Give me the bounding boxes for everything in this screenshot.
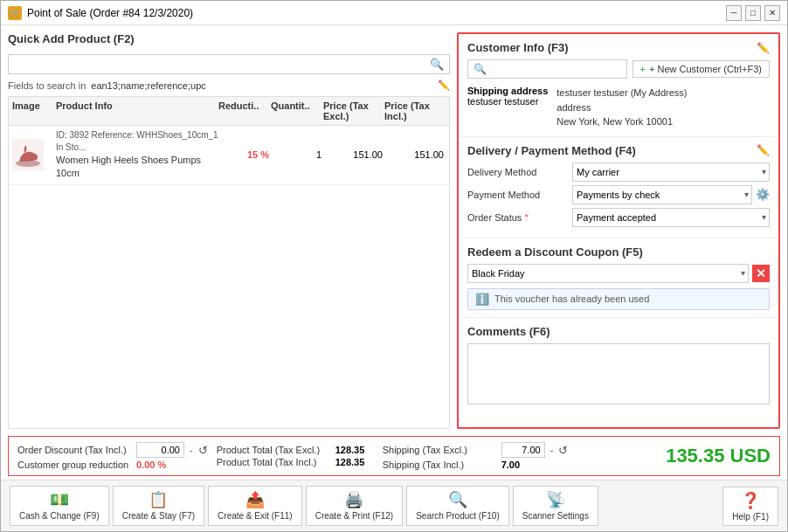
customer-search-input[interactable] [487, 64, 621, 74]
customer-info-section: Customer Info (F3) ✏️ 🔍 + + New Customer… [459, 34, 778, 137]
search-product-label: Search Product (F10) [416, 511, 500, 522]
comments-title: Comments (F6) [467, 325, 770, 338]
voucher-warning: ℹ️ This voucher has already been used [467, 288, 770, 310]
product-name: Women High Heels Shoes Pumps 10cm [56, 154, 218, 181]
customer-info-header: Customer Info (F3) ✏️ [467, 41, 770, 54]
scanner-settings-icon: 📡 [546, 490, 565, 509]
grand-total: 135.35 USD [666, 445, 771, 467]
shoe-icon [12, 139, 44, 170]
delivery-method-label: Delivery Method [467, 167, 572, 177]
payment-method-label: Payment Method [467, 190, 572, 200]
product-total-incl-value: 128.35 [335, 457, 365, 467]
create-stay-label: Create & Stay (F7) [122, 511, 195, 522]
product-total-incl-row: Product Total (Tax Incl.) 128.35 [217, 457, 374, 467]
right-panel: Customer Info (F3) ✏️ 🔍 + + New Customer… [457, 32, 780, 429]
product-total-excl-value: 128.35 [335, 445, 365, 455]
table-header: Image Product Info Reducti.. Quantit.. P… [9, 97, 449, 126]
search-product-icon: 🔍 [448, 490, 467, 509]
coupon-clear-button[interactable]: ✕ [752, 265, 770, 282]
product-total-excl-row: Product Total (Tax Excl.) 128.35 [217, 445, 374, 455]
new-customer-label: + New Customer (Ctrl+F3) [649, 64, 762, 74]
order-status-row: Order Status Payment accepted [467, 208, 770, 227]
comments-textarea[interactable] [467, 343, 770, 404]
shipping-excl-input[interactable]: 7.00 [501, 442, 545, 458]
totals-mid: Product Total (Tax Excl.) 128.35 Product… [217, 445, 374, 467]
product-id: ID: 3892 Reference: WHHShoes_10cm_1 In S… [56, 129, 218, 154]
create-print-button[interactable]: 🖨️ Create & Print (F12) [306, 486, 403, 526]
close-button[interactable]: ✕ [764, 5, 780, 21]
shipping-incl-label: Shipping (Tax Incl.) [383, 459, 496, 470]
shipping-excl-row: Shipping (Tax Excl.) 7.00 - ↺ [383, 442, 569, 458]
shipping-details: testuser testuser (My Address) address N… [556, 86, 687, 129]
help-icon: ❓ [741, 491, 760, 510]
coupon-select[interactable]: Black Friday [467, 264, 749, 283]
product-search-input[interactable] [14, 59, 426, 71]
payment-method-wrapper: Payments by check ⚙️ [572, 185, 770, 204]
comments-section: Comments (F6) [459, 318, 778, 428]
price-excl-cell: 151.00 [323, 149, 384, 160]
discount-value: 15 % [247, 149, 269, 160]
minimize-button[interactable]: ─ [726, 5, 742, 21]
order-status-select-wrapper: Payment accepted [572, 208, 770, 227]
order-status-select[interactable]: Payment accepted [572, 208, 770, 227]
shipping-excl-label: Shipping (Tax Excl.) [383, 445, 496, 455]
order-discount-input[interactable]: 0.00 [136, 442, 184, 458]
create-stay-button[interactable]: 📋 Create & Stay (F7) [113, 486, 204, 526]
totals-right-vals: Shipping (Tax Excl.) 7.00 - ↺ Shipping (… [383, 442, 569, 470]
fields-value: ean13;name;reference;upc [91, 80, 205, 91]
reset-discount-icon[interactable]: ↺ [198, 444, 208, 457]
shipping-label: Shipping address testuser testuser [467, 86, 548, 129]
totals-left: Order Discount (Tax Incl.) 0.00 - ↺ Cust… [17, 442, 208, 470]
order-discount-label: Order Discount (Tax Incl.) [17, 445, 131, 455]
create-exit-button[interactable]: 📤 Create & Exit (F11) [208, 486, 302, 526]
delivery-header: Delivery / Payment Method (F4) ✏️ [467, 144, 770, 157]
footer-bar: 💵 Cash & Change (F9) 📋 Create & Stay (F7… [1, 480, 787, 531]
col-image: Image [12, 100, 56, 121]
pos-icon: 🛒 [8, 6, 22, 20]
coupon-section: Redeem a Discount Coupon (F5) Black Frid… [459, 238, 778, 318]
cash-change-button[interactable]: 💵 Cash & Change (F9) [10, 486, 109, 526]
delivery-method-row: Delivery Method My carrier [467, 162, 770, 182]
product-total-excl-label: Product Total (Tax Excl.) [217, 445, 330, 455]
payment-settings-icon[interactable]: ⚙️ [756, 188, 770, 201]
customer-edit-icon[interactable]: ✏️ [757, 42, 770, 54]
product-search-box: 🔍 [8, 54, 450, 74]
col-reduction: Reducti.. [218, 100, 271, 121]
product-info-cell: ID: 3892 Reference: WHHShoes_10cm_1 In S… [56, 129, 218, 181]
quick-add-title: Quick Add Product (F2) [8, 32, 450, 45]
payment-method-select[interactable]: Payments by check [572, 185, 752, 204]
shipping-unit: - [550, 445, 554, 455]
delivery-method-select[interactable]: My carrier [572, 162, 770, 182]
help-button[interactable]: ❓ Help (F1) [722, 487, 778, 526]
reset-shipping-icon[interactable]: ↺ [558, 444, 568, 457]
scanner-settings-button[interactable]: 📡 Scanner Settings [513, 486, 598, 526]
coupon-header: Redeem a Discount Coupon (F5) [467, 245, 770, 259]
qty-cell: 1 [271, 149, 323, 160]
create-exit-label: Create & Exit (F11) [218, 511, 293, 522]
create-stay-icon: 📋 [149, 490, 168, 509]
customer-group-label: Customer group reduction [17, 459, 131, 470]
fields-label: Fields to search in [8, 80, 86, 91]
col-price-incl: Price (Tax Incl.) [384, 100, 446, 121]
price-incl-cell: 151.00 [384, 149, 446, 160]
cash-change-label: Cash & Change (F9) [19, 511, 100, 522]
window-controls: ─ □ ✕ [726, 5, 780, 21]
delivery-section: Delivery / Payment Method (F4) ✏️ Delive… [459, 137, 778, 238]
customer-group-row: Customer group reduction 0.00 % [17, 459, 208, 470]
footer-buttons: 💵 Cash & Change (F9) 📋 Create & Stay (F7… [10, 486, 598, 526]
new-customer-button[interactable]: + + New Customer (Ctrl+F3) [632, 60, 770, 78]
order-status-label: Order Status [467, 212, 572, 223]
maximize-button[interactable]: □ [745, 5, 761, 21]
fields-row: Fields to search in ean13;name;reference… [8, 79, 450, 91]
create-exit-icon: 📤 [245, 490, 265, 509]
customer-search-row: 🔍 + + New Customer (Ctrl+F3) [467, 59, 770, 79]
main-content: Quick Add Product (F2) 🔍 Fields to searc… [1, 25, 787, 436]
delivery-edit-icon[interactable]: ✏️ [757, 144, 770, 156]
coupon-select-wrapper: Black Friday [467, 264, 749, 283]
search-product-button[interactable]: 🔍 Search Product (F10) [406, 486, 509, 526]
payment-method-row: Payment Method Payments by check ⚙️ [467, 185, 770, 204]
product-total-incl-label: Product Total (Tax Incl.) [217, 457, 330, 467]
shipping-address-line1: address [556, 100, 687, 115]
fields-edit-icon[interactable]: ✏️ [438, 79, 450, 91]
shipping-address-line2: New York, New York 10001 [556, 114, 687, 129]
